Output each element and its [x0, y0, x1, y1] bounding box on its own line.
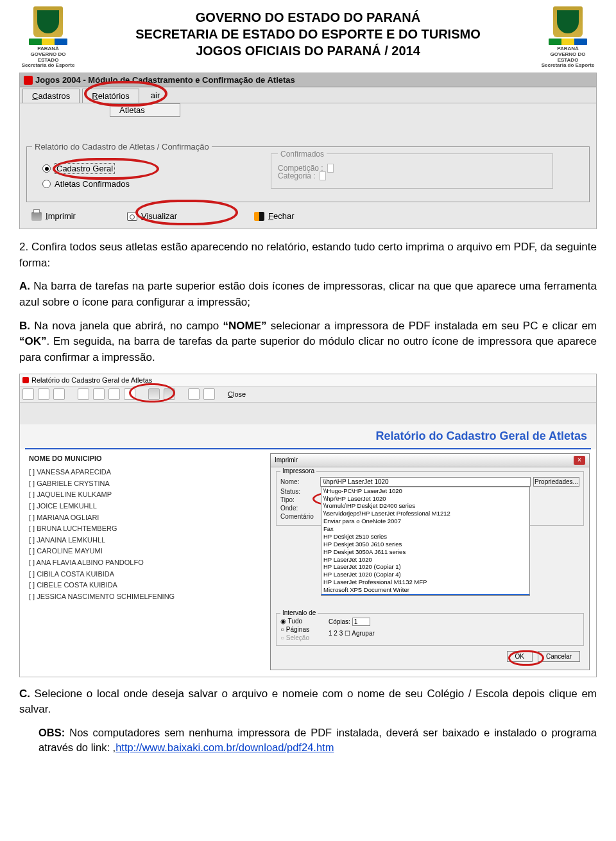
- save-icon[interactable]: [188, 388, 200, 400]
- groupbox-title: Relatório do Cadastro de Atletas / Confi…: [32, 142, 212, 152]
- printer-option[interactable]: HP Deskjet 2510 series: [321, 533, 529, 541]
- nav-prev-icon[interactable]: [93, 388, 105, 400]
- obs-label: OBS:: [38, 727, 65, 738]
- toolbar-icon[interactable]: [22, 388, 34, 400]
- app-icon: [24, 76, 33, 85]
- label-comentario: Comentário: [280, 513, 318, 520]
- header-line3: JOGOS OFICIAIS DO PARANÁ / 2014: [77, 42, 539, 59]
- menu-sair[interactable]: air: [142, 89, 169, 103]
- athlete-row: [ ] ANA FLAVIA ALBINO PANDOLFO: [29, 557, 264, 569]
- athlete-list-header: NOME DO MUNICIPIO: [29, 453, 264, 465]
- athlete-row: [ ] BRUNA LUCHTEMBERG: [29, 523, 264, 535]
- paragraph-b: B. Na nova janela que abrirá, no campo “…: [19, 318, 597, 366]
- printer-option[interactable]: HP Deskjet 3050A J611 series: [321, 548, 529, 556]
- athlete-row: [ ] CIBELE COSTA KUIBIDA: [29, 580, 264, 591]
- nav-last-icon[interactable]: [124, 388, 135, 400]
- report-window-title: Relatório do Cadastro Geral de Atletas: [31, 376, 152, 384]
- group-relatorio-cadastro: Relatório do Cadastro de Atletas / Confi…: [26, 146, 590, 202]
- printer-option[interactable]: HP LaserJet 1020 (Copiar 1): [321, 563, 529, 571]
- printer-icon[interactable]: [164, 388, 175, 400]
- imprimir-button[interactable]: Imprimir: [31, 211, 76, 221]
- radio-paginas[interactable]: ○ Páginas: [280, 626, 309, 633]
- visualizar-button[interactable]: Visualizar: [127, 211, 177, 221]
- radio-cadastro-geral[interactable]: [42, 164, 51, 173]
- cancel-button[interactable]: Cancelar: [538, 651, 580, 662]
- crest-sub1: GOVERNO DO ESTADO: [19, 52, 77, 64]
- printer-option[interactable]: Microsoft XPS Document Writer: [321, 586, 529, 594]
- close-dialog-button[interactable]: ×: [574, 456, 585, 465]
- screenshot-cadastro-module: Jogos 2004 - Módulo de Cadastramento e C…: [19, 73, 597, 229]
- printer-option[interactable]: \\Hugo-PC\HP LaserJet 1020: [321, 487, 529, 495]
- athlete-row: [ ] MARIANA OGLIARI: [29, 512, 264, 524]
- input-competicao[interactable]: [327, 164, 334, 173]
- visualizar-label: isualizar: [146, 211, 177, 221]
- toolbar-icon[interactable]: [38, 388, 49, 400]
- printer-option[interactable]: HP LaserJet 1020 (Copiar 4): [321, 571, 529, 578]
- printer-dropdown-list[interactable]: \\Hugo-PC\HP LaserJet 1020\\hpr\HP Laser…: [321, 487, 530, 596]
- athlete-row: [ ] JESSICA NASCIMENTO SCHIMELFENING: [29, 591, 264, 603]
- para-b-mid1: selecionar a impressora de PDF instalada…: [267, 320, 597, 332]
- printer-option[interactable]: \\romulo\HP Deskjet D2400 series: [321, 502, 529, 510]
- header-title-block: GOVERNO DO ESTADO DO PARANÁ SECRETARIA D…: [77, 6, 539, 59]
- printer-group-title: Impressora: [280, 467, 316, 474]
- range-copies-group: Intervalo de ◉ Tudo ○ Páginas ○ Seleção …: [276, 613, 584, 646]
- printer-setup-icon[interactable]: [148, 388, 160, 400]
- fechar-button[interactable]: Fechar: [254, 211, 294, 221]
- app-icon: [22, 377, 29, 383]
- printer-option[interactable]: Enviar para o OneNote 2007: [321, 517, 529, 525]
- print-dialog: Imprimir × Impressora Nome: \\hpr\HP Las…: [270, 453, 590, 670]
- label-categoria: Categoria :: [278, 171, 316, 180]
- toolbar-icon[interactable]: [53, 388, 65, 400]
- menu-relatorios[interactable]: Relatórios: [82, 89, 139, 103]
- group-confirmados-title: Confirmados: [278, 150, 327, 159]
- athlete-row: [ ] JANAINA LEMKUHLL: [29, 535, 264, 546]
- athlete-row: [ ] JAQUELINE KULKAMP: [29, 489, 264, 501]
- crest-sub2: Secretaria do Esporte: [542, 63, 595, 69]
- radio-cadastro-geral-label: Cadastro Geral: [55, 163, 115, 174]
- window-titlebar: Jogos 2004 - Módulo de Cadastramento e C…: [20, 73, 596, 87]
- menu-cadastros[interactable]: Cadastros: [22, 89, 80, 103]
- report-heading: Relatório do Cadastro Geral de Atletas: [20, 424, 596, 448]
- crest-left: PARANÁ GOVERNO DO ESTADO Secretaria do E…: [19, 6, 77, 69]
- radio-atletas-confirmados-label: Atletas Confirmados: [55, 179, 130, 189]
- printer-option[interactable]: \\hpr\HP LaserJet 1020: [321, 495, 529, 503]
- label-nome: Nome:: [280, 478, 318, 485]
- window-title: Jogos 2004 - Módulo de Cadastramento e C…: [35, 75, 295, 85]
- athlete-row: [ ] GABRIELE CRYSTINA: [29, 478, 264, 490]
- printer-option[interactable]: HP LaserJet Professional M1132 MFP: [321, 578, 529, 586]
- label-agrupar: Agrupar: [352, 630, 375, 637]
- radio-atletas-confirmados[interactable]: [42, 180, 51, 188]
- para-b-bold1: “NOME”: [223, 320, 267, 332]
- report-toolbar: Close: [20, 386, 596, 403]
- properties-button[interactable]: Propriedades...: [533, 477, 579, 487]
- crest-icon: [553, 6, 583, 37]
- nav-next-icon[interactable]: [108, 388, 120, 400]
- para-b-bold2: “OK”: [19, 335, 47, 347]
- copies-input[interactable]: 1: [352, 618, 370, 626]
- label-tipo: Tipo:: [280, 496, 318, 503]
- ok-button[interactable]: OK: [507, 651, 533, 662]
- paragraph-a-text: Na barra de tarefas na parte superior es…: [19, 280, 597, 308]
- radio-selecao[interactable]: ○ Seleção: [280, 634, 309, 641]
- fechar-label: echar: [273, 211, 295, 221]
- printer-option[interactable]: \\servidorjeps\HP LaserJet Professional …: [321, 510, 529, 517]
- printer-option[interactable]: HP LaserJet 1020: [321, 556, 529, 564]
- menu-dropdown-atletas[interactable]: Atletas: [110, 103, 180, 117]
- printer-option[interactable]: Fax: [321, 525, 529, 533]
- crest-sub2: Secretaria do Esporte: [22, 63, 75, 69]
- radio-tudo[interactable]: ◉ Tudo: [280, 618, 309, 625]
- open-icon[interactable]: [203, 388, 215, 400]
- print-dialog-titlebar: Imprimir ×: [271, 454, 589, 467]
- close-button[interactable]: Close: [228, 390, 246, 398]
- athlete-row: [ ] CAROLINE MAYUMI: [29, 546, 264, 557]
- printer-select[interactable]: \\hpr\HP LaserJet 1020 \\Hugo-PC\HP Lase…: [320, 477, 531, 487]
- printer-option[interactable]: PDF24 PDF: [321, 594, 529, 596]
- printer-option[interactable]: HP Deskjet 3050 J610 series: [321, 541, 529, 548]
- group-confirmados: Confirmados Competição : Categoria :: [271, 153, 553, 189]
- download-link[interactable]: http://www.baixaki.com.br/download/pdf24…: [116, 741, 334, 753]
- print-dialog-title: Imprimir: [275, 456, 298, 464]
- screenshot-report-preview: Relatório do Cadastro Geral de Atletas C…: [19, 374, 597, 677]
- nav-first-icon[interactable]: [78, 388, 89, 400]
- report-window-titlebar: Relatório do Cadastro Geral de Atletas: [20, 374, 596, 386]
- input-categoria[interactable]: [320, 171, 326, 180]
